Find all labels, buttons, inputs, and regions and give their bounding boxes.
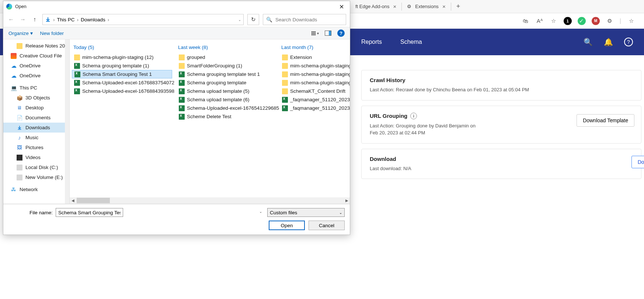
preview-pane-button[interactable] bbox=[325, 31, 331, 36]
filename-input[interactable] bbox=[56, 208, 123, 217]
collections-icon[interactable]: ☆ bbox=[627, 17, 635, 25]
refresh-button[interactable]: ↻ bbox=[247, 14, 259, 25]
search-icon[interactable]: 🔍 bbox=[584, 38, 593, 46]
download-button[interactable]: Download bbox=[631, 156, 644, 168]
nav-reports[interactable]: Reports bbox=[361, 39, 382, 45]
file-item[interactable]: mim-schema-plugin-staging (12) bbox=[72, 53, 172, 61]
puzzle-icon[interactable]: ⚙ bbox=[606, 17, 614, 25]
file-name: grouped bbox=[187, 54, 205, 60]
tree-onedrive[interactable]: ☁OneDrive bbox=[3, 71, 69, 81]
group-header: Last month (7) bbox=[281, 45, 349, 50]
file-item[interactable]: Schema upload template (5) bbox=[177, 87, 275, 95]
download-template-button[interactable]: Download Template bbox=[577, 114, 634, 127]
info-icon[interactable]: i bbox=[410, 113, 417, 119]
excel-icon bbox=[74, 63, 80, 69]
tree-desktop[interactable]: 🖥Desktop bbox=[3, 103, 69, 113]
favorite-icon[interactable]: ☆ bbox=[550, 17, 558, 25]
file-item[interactable]: _faqmanager_51120_202301 bbox=[280, 95, 349, 104]
file-item[interactable]: Schema grouping template test 1 bbox=[177, 70, 275, 78]
scroll-right-icon[interactable]: ▶ bbox=[344, 198, 350, 203]
file-item[interactable]: Schema-Uploaded-excel-1676883754072 bbox=[72, 78, 172, 87]
tree-downloads[interactable]: Downloads bbox=[3, 123, 69, 133]
new-folder-button[interactable]: New folder bbox=[40, 31, 64, 36]
file-item[interactable]: SmartFolderGrouping (1) bbox=[177, 61, 275, 70]
grammarly-icon[interactable]: ✓ bbox=[578, 17, 586, 25]
organize-menu[interactable]: Organize ▾ bbox=[8, 30, 33, 36]
file-item[interactable]: Schema-Uploaded-excel-1676541229685 bbox=[177, 104, 275, 112]
group-header: Last week (8) bbox=[178, 45, 275, 50]
badge-icon[interactable]: 1 bbox=[564, 17, 572, 25]
horizontal-scrollbar[interactable]: ◀ ▶ bbox=[70, 197, 350, 204]
file-name: mim-schema-plugin-staging bbox=[290, 63, 350, 68]
file-item[interactable]: mim-schema-plugin-staging bbox=[280, 78, 349, 87]
file-item[interactable]: mim-schema-plugin-staging bbox=[280, 70, 349, 78]
help-icon[interactable]: ? bbox=[624, 38, 633, 46]
folder-icon bbox=[282, 54, 288, 60]
open-button[interactable]: Open bbox=[269, 221, 305, 230]
file-name: SchemaKT_Content Drift bbox=[290, 88, 345, 94]
dialog-title: Open bbox=[15, 4, 27, 9]
chevron-down-icon[interactable]: ⌄ bbox=[238, 18, 241, 22]
tree-release-notes[interactable]: Release Notes 20 bbox=[3, 41, 69, 51]
excel-icon bbox=[179, 97, 185, 103]
view-mode-button[interactable]: ▾ bbox=[311, 31, 319, 35]
tree-3d-objects[interactable]: 📦3D Objects bbox=[3, 93, 69, 103]
tree-local-disk[interactable]: Local Disk (C:) bbox=[3, 162, 69, 172]
tree-network[interactable]: 🖧Network bbox=[3, 184, 69, 194]
downloads-icon bbox=[17, 125, 22, 131]
file-item[interactable]: Schema grouping template (1) bbox=[72, 61, 172, 70]
help-icon[interactable]: ? bbox=[337, 29, 345, 37]
chevron-down-icon: ⌄ bbox=[339, 211, 342, 215]
close-icon[interactable]: ✕ bbox=[336, 2, 347, 12]
file-item[interactable]: Schema Smart Grouping Test 1 bbox=[72, 70, 172, 78]
close-icon[interactable]: × bbox=[442, 3, 446, 10]
back-button[interactable]: ← bbox=[7, 16, 15, 23]
search-input[interactable]: 🔍 Search Downloads bbox=[263, 14, 346, 25]
shopping-icon[interactable]: 🛍 bbox=[522, 17, 530, 25]
tree-creative-cloud[interactable]: Creative Cloud File bbox=[3, 51, 69, 61]
excel-icon bbox=[179, 80, 185, 86]
tree-documents[interactable]: 📄Documents bbox=[3, 113, 69, 123]
scrollbar-thumb[interactable] bbox=[77, 198, 110, 203]
tree-onedrive[interactable]: ☁OneDrive bbox=[3, 61, 69, 71]
search-placeholder: Search Downloads bbox=[275, 17, 317, 22]
tab-label: Extensions bbox=[415, 4, 439, 9]
up-button[interactable]: ↑ bbox=[31, 16, 39, 23]
cancel-button[interactable]: Cancel bbox=[309, 221, 345, 230]
card-title: Crawl History bbox=[370, 77, 633, 83]
browser-tab[interactable]: ft Edge Add-ons × bbox=[350, 1, 401, 13]
search-icon: 🔍 bbox=[266, 17, 272, 22]
file-item[interactable]: Schema-Uploaded-excel-1676884393598 bbox=[72, 87, 172, 95]
m-extension-icon[interactable]: M bbox=[592, 17, 600, 25]
file-type-select[interactable]: Custom files ⌄ bbox=[267, 208, 345, 217]
chevron-down-icon[interactable]: ⌄ bbox=[259, 210, 262, 214]
file-item[interactable]: grouped bbox=[177, 53, 275, 61]
group-header: Today (5) bbox=[73, 45, 172, 50]
tree-pictures[interactable]: 🖼Pictures bbox=[3, 143, 69, 152]
tree-music[interactable]: ♪Music bbox=[3, 133, 69, 143]
file-item[interactable]: Schema grouping template bbox=[177, 78, 275, 87]
file-item[interactable]: Schema upload template (6) bbox=[177, 95, 275, 104]
tree-this-pc[interactable]: 💻This PC bbox=[3, 83, 69, 93]
file-item[interactable]: SchemaKT_Content Drift bbox=[280, 87, 349, 95]
browser-tab[interactable]: ⚙ Extensions × bbox=[402, 1, 450, 13]
reader-icon[interactable]: Aᴬ bbox=[536, 17, 544, 25]
new-tab-button[interactable]: + bbox=[451, 3, 466, 10]
breadcrumb[interactable]: › This PC › Downloads › ⌄ bbox=[42, 14, 244, 25]
file-item[interactable]: _faqmanager_51120_202301 bbox=[280, 104, 349, 112]
forward-button[interactable]: → bbox=[19, 16, 27, 23]
crumb-thispc[interactable]: This PC bbox=[57, 17, 75, 22]
dialog-titlebar: Open ✕ bbox=[3, 1, 350, 12]
scroll-left-icon[interactable]: ◀ bbox=[70, 198, 76, 203]
nav-schema[interactable]: Schema bbox=[400, 39, 422, 45]
chevron-down-icon[interactable]: ⌄ bbox=[65, 197, 69, 201]
file-item[interactable]: Extension bbox=[280, 53, 349, 61]
tree-new-volume[interactable]: New Volume (E:) bbox=[3, 172, 69, 182]
bell-icon[interactable]: 🔔 bbox=[604, 38, 613, 46]
folder-icon bbox=[17, 43, 22, 49]
tree-videos[interactable]: 🎞Videos bbox=[3, 152, 69, 162]
file-item[interactable]: mim-schema-plugin-staging bbox=[280, 61, 349, 70]
file-item[interactable]: Scheme Delete Test bbox=[177, 112, 275, 121]
crumb-downloads[interactable]: Downloads bbox=[81, 17, 105, 22]
close-icon[interactable]: × bbox=[393, 3, 397, 10]
